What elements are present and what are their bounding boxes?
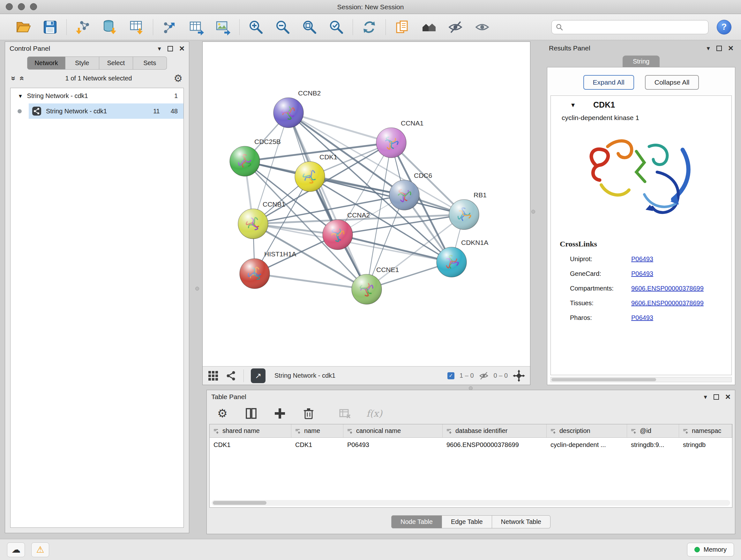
collapse-all-button[interactable]: Collapse All [645,75,699,90]
function-builder-button[interactable]: f(x) [366,408,382,419]
selected-items-checkbox[interactable]: ✓ [448,372,455,379]
close-results-panel-button[interactable]: × [728,44,733,53]
network-node-cdc6[interactable]: CDC6 [389,172,432,210]
maximize-panel-button[interactable] [167,46,173,51]
minimize-window-button[interactable] [18,3,25,10]
network-edge[interactable] [288,113,391,143]
tab-network-table[interactable]: Network Table [492,515,550,528]
snapshot-documents-button[interactable] [394,18,411,36]
memory-button[interactable]: Memory [687,543,734,557]
collection-expand-caret-icon[interactable]: ▾ [19,92,22,99]
network-node-ccnb2[interactable]: CCNB2 [273,89,321,128]
import-table-button[interactable] [128,18,145,36]
cell-database-identifier[interactable]: 9606.ENSP00000378699 [443,438,547,452]
cell-description[interactable]: cyclin-dependent ... [547,438,627,452]
column-header-description[interactable]: description [547,424,627,437]
network-node-cdk1[interactable]: CDK1 [295,153,337,192]
fit-selected-crosshair-icon[interactable] [513,370,525,382]
network-graph[interactable]: CCNB2CCNA1CDC25BCDK1CDC6RB1CCNB1CCNA2CDK… [203,42,530,366]
column-header-id[interactable]: @id [627,424,679,437]
gene-section-caret-icon[interactable]: ▾ [571,101,575,109]
right-splitter-handle[interactable] [531,210,535,213]
column-header-shared-name[interactable]: shared name [210,424,291,437]
cell-canonical-name[interactable]: P06493 [343,438,443,452]
collapse-all-networks-icon[interactable]: » [17,76,26,81]
network-canvas[interactable]: CCNB2CCNA1CDC25BCDK1CDC6RB1CCNB1CCNA2CDK… [203,42,530,366]
import-network-file-button[interactable] [74,18,91,36]
network-edge[interactable] [288,113,367,289]
expand-all-button[interactable]: Expand All [583,75,634,90]
table-options-gear-icon[interactable]: ⚙ [215,406,230,421]
zoom-selected-button[interactable] [328,18,345,36]
left-splitter-handle[interactable] [195,287,199,291]
crosslink-link[interactable]: P06493 [631,270,653,277]
network-edge[interactable] [255,273,367,289]
close-panel-button[interactable]: × [179,44,185,53]
crosslink-link[interactable]: 9606.ENSP00000378699 [631,300,704,307]
network-node-hist1h1a[interactable]: HIST1H1A [240,250,296,289]
cell-name[interactable]: CDK1 [291,438,343,452]
tab-node-table[interactable]: Node Table [391,515,442,528]
search-box[interactable] [551,20,709,34]
crosslink-link[interactable]: P06493 [631,314,653,321]
close-window-button[interactable] [6,3,13,10]
apply-layout-button[interactable] [360,18,378,36]
column-header-canonical-name[interactable]: canonical name [343,424,443,437]
column-header-namespace[interactable]: namespac [679,424,732,437]
share-network-icon[interactable] [226,370,237,381]
network-row-selected[interactable]: String Network - cdk1 11 48 [29,104,184,119]
column-header-database-identifier[interactable]: database identifier [443,424,547,437]
tab-style[interactable]: Style [65,57,99,70]
network-row[interactable]: String Network - cdk1 11 48 [10,104,184,119]
column-header-name[interactable]: name [291,424,343,437]
maximize-table-panel-button[interactable] [714,394,719,400]
hidden-items-eye-icon[interactable] [479,371,488,381]
network-node-rb1[interactable]: RB1 [449,191,487,230]
show-graphics-button[interactable] [474,18,491,36]
show-columns-button[interactable] [244,406,259,421]
cell-namespace[interactable]: stringdb [679,438,732,452]
delete-table-button[interactable] [338,406,352,421]
export-image-button[interactable] [214,18,232,36]
zoom-fit-button[interactable] [301,18,318,36]
help-button[interactable]: ? [717,20,731,35]
zoom-in-button[interactable] [247,18,265,36]
cloud-status-button[interactable]: ☁ [7,543,25,557]
cell-shared-name[interactable]: CDK1 [210,438,291,452]
close-table-panel-button[interactable]: × [725,392,731,401]
delete-column-button[interactable] [301,406,316,421]
table-horizontal-scrollbar[interactable] [212,500,730,506]
tab-network[interactable]: Network [27,57,65,70]
tab-sets[interactable]: Sets [133,57,167,70]
zoom-window-button[interactable] [30,3,37,10]
table-row[interactable]: CDK1 CDK1 P06493 9606.ENSP00000378699 cy… [210,438,732,452]
hide-graphics-button[interactable] [447,18,464,36]
zoom-out-button[interactable] [274,18,291,36]
crosslink-link[interactable]: 9606.ENSP00000378699 [631,285,704,292]
crosslink-link[interactable]: P06493 [631,255,653,263]
cell-id[interactable]: stringdb:9... [627,438,679,452]
network-collection-row[interactable]: ▾ String Network - cdk1 1 [10,88,184,104]
tab-edge-table[interactable]: Edge Table [442,515,492,528]
tab-select[interactable]: Select [99,57,133,70]
network-options-gear-icon[interactable]: ⚙ [174,73,183,83]
search-input[interactable] [566,23,704,30]
float-panel-button[interactable]: ▾ [158,45,161,52]
save-session-button[interactable] [42,18,59,36]
warnings-button[interactable]: ⚠ [31,543,49,557]
results-tab-string[interactable]: String [623,56,660,67]
open-in-new-window-button[interactable]: ↗ [251,368,266,383]
float-table-panel-button[interactable]: ▾ [704,393,707,401]
export-table-button[interactable] [188,18,205,36]
import-network-database-button[interactable] [101,18,118,36]
network-node-cdkn1a[interactable]: CDKN1A [436,239,488,277]
maximize-results-panel-button[interactable] [717,46,722,51]
network-node-ccna1[interactable]: CCNA1 [376,119,423,158]
export-network-button[interactable] [161,18,178,36]
birdseye-grid-icon[interactable] [208,370,219,381]
float-results-panel-button[interactable]: ▾ [707,44,710,52]
open-session-button[interactable] [15,18,32,36]
results-horizontal-scrollbar[interactable] [550,377,732,382]
add-column-button[interactable] [273,406,287,421]
home-views-button[interactable] [420,18,437,36]
